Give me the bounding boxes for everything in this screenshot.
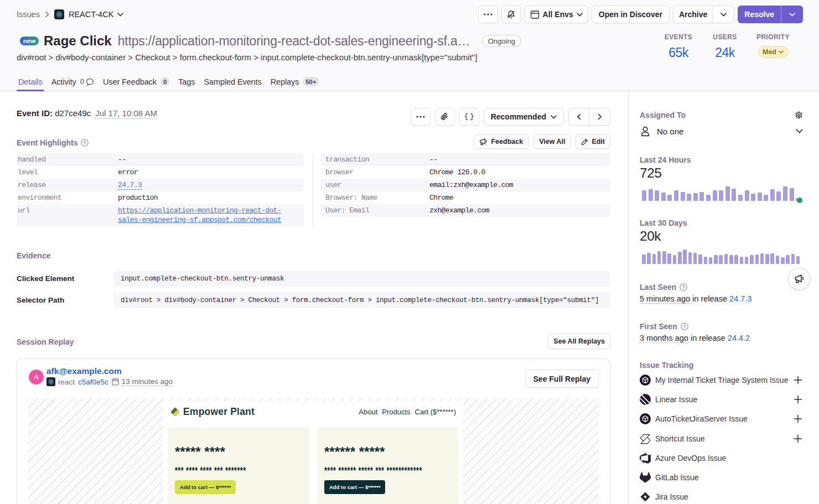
svg-text:?: ?	[84, 140, 87, 146]
svg-text:?: ?	[682, 284, 685, 290]
svg-text:?: ?	[683, 324, 686, 329]
